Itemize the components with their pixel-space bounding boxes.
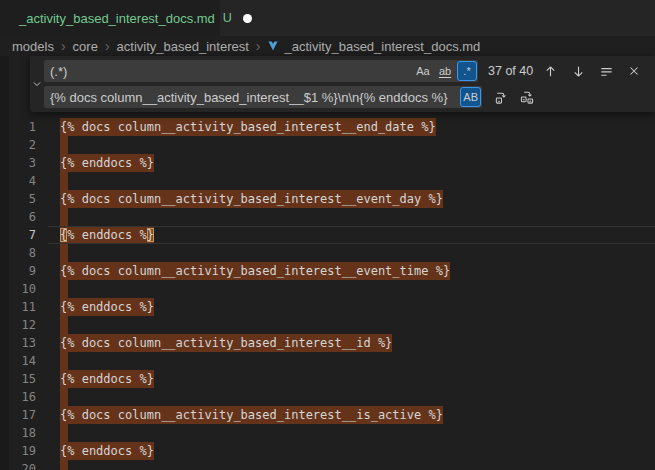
line-content <box>60 208 68 226</box>
tab-active-file[interactable]: _activity_based_interest_docs.md U <box>0 0 220 36</box>
find-match-highlight-empty <box>60 244 68 262</box>
arrow-down-icon <box>571 64 586 79</box>
line-number: 18 <box>0 424 36 442</box>
matching-bracket: } <box>147 228 154 242</box>
editor-line[interactable]: 8 <box>0 244 655 262</box>
editor-line[interactable]: 19{% enddocs %} <box>0 442 655 460</box>
line-number: 17 <box>0 406 36 424</box>
find-match-highlight: {% enddocs %} <box>60 154 154 172</box>
whole-word-button[interactable]: ab <box>435 61 455 81</box>
find-in-selection-button[interactable] <box>595 60 617 82</box>
line-number: 19 <box>0 442 36 460</box>
find-match-highlight-empty <box>60 136 68 154</box>
find-match-highlight: {% docs column__activity_based_interest_… <box>60 406 443 424</box>
match-case-button[interactable]: Aa <box>413 61 433 81</box>
find-match-highlight: {% enddocs %} <box>60 370 154 388</box>
line-content <box>60 136 68 154</box>
git-status-badge: U <box>223 11 232 25</box>
replace-button[interactable] <box>490 86 512 108</box>
line-number: 13 <box>0 334 36 352</box>
find-match-highlight: {% enddocs %} <box>60 442 154 460</box>
line-content <box>60 316 68 334</box>
line-number: 20 <box>0 460 36 470</box>
toggle-replace-button[interactable] <box>30 56 44 112</box>
chevron-down-icon <box>32 79 42 89</box>
line-content <box>60 244 68 262</box>
editor-line[interactable]: 2 <box>0 136 655 154</box>
editor-line[interactable]: 5{% docs column__activity_based_interest… <box>0 190 655 208</box>
editor[interactable]: 1{% docs column__activity_based_interest… <box>0 56 655 470</box>
line-number: 9 <box>0 262 36 280</box>
find-match-highlight: {% docs column__activity_based_interest_… <box>60 262 450 280</box>
editor-line[interactable]: 11{% enddocs %} <box>0 298 655 316</box>
editor-line[interactable]: 12 <box>0 316 655 334</box>
line-content <box>60 172 68 190</box>
match-count: 37 of 40 <box>488 64 533 78</box>
line-number: 8 <box>0 244 36 262</box>
find-match-highlight-empty <box>60 316 68 334</box>
chevron-right-icon: › <box>61 39 66 53</box>
line-content <box>60 280 68 298</box>
editor-line[interactable]: 3{% enddocs %} <box>0 154 655 172</box>
editor-line[interactable]: 4 <box>0 172 655 190</box>
breadcrumb-item-file[interactable]: _activity_based_interest_docs.md <box>267 39 480 54</box>
line-content: {% enddocs %} <box>60 226 154 244</box>
unsaved-dot-icon[interactable] <box>243 14 252 23</box>
editor-line[interactable]: 18 <box>0 424 655 442</box>
tab-filename: _activity_based_interest_docs.md <box>19 11 215 26</box>
editor-line[interactable]: 14 <box>0 352 655 370</box>
next-match-button[interactable] <box>567 60 589 82</box>
editor-line[interactable]: 10 <box>0 280 655 298</box>
find-match-highlight: {% docs column__activity_based_interest_… <box>60 118 436 136</box>
previous-match-button[interactable] <box>539 60 561 82</box>
line-number: 4 <box>0 172 36 190</box>
line-number: 7 <box>0 226 36 244</box>
replace-all-button[interactable] <box>516 86 538 108</box>
find-match-highlight: {% enddocs %} <box>60 226 154 244</box>
line-number: 2 <box>0 136 36 154</box>
find-match-highlight-empty <box>60 424 68 442</box>
line-content <box>60 388 68 406</box>
line-content: {% docs column__activity_based_interest_… <box>60 406 443 424</box>
editor-line[interactable]: 9{% docs column__activity_based_interest… <box>0 262 655 280</box>
replace-input[interactable]: {% docs column__activity_based_interest_… <box>44 86 482 108</box>
breadcrumb: models › core › activity_based_interest … <box>0 36 655 56</box>
tab-bar: _activity_based_interest_docs.md U <box>0 0 655 36</box>
find-match-highlight: {% docs column__activity_based_interest_… <box>60 334 392 352</box>
preserve-case-button[interactable]: AB <box>460 87 481 107</box>
line-number: 14 <box>0 352 36 370</box>
close-find-button[interactable] <box>623 60 645 82</box>
find-match-highlight-empty <box>60 388 68 406</box>
line-content: {% enddocs %} <box>60 370 154 388</box>
find-match-highlight-empty <box>60 172 68 190</box>
find-match-highlight: {% docs column__activity_based_interest_… <box>60 190 443 208</box>
editor-line[interactable]: 16 <box>0 388 655 406</box>
regex-button[interactable]: .* <box>457 61 477 81</box>
editor-line[interactable]: 13{% docs column__activity_based_interes… <box>0 334 655 352</box>
line-number: 5 <box>0 190 36 208</box>
markdown-file-icon <box>267 40 279 52</box>
line-number: 12 <box>0 316 36 334</box>
line-content: {% enddocs %} <box>60 298 154 316</box>
line-number: 1 <box>0 118 36 136</box>
find-match-highlight: {% enddocs %} <box>60 298 154 316</box>
editor-line[interactable]: 6 <box>0 208 655 226</box>
line-number: 16 <box>0 388 36 406</box>
editor-line[interactable]: 20 <box>0 460 655 470</box>
breadcrumb-item-models[interactable]: models <box>12 39 54 54</box>
editor-line[interactable]: 1{% docs column__activity_based_interest… <box>0 118 655 136</box>
line-content: {% enddocs %} <box>60 442 154 460</box>
find-input[interactable]: (.*) Aa ab .* <box>44 60 478 82</box>
editor-line[interactable]: 17{% docs column__activity_based_interes… <box>0 406 655 424</box>
chevron-right-icon: › <box>105 39 110 53</box>
line-content: {% docs column__activity_based_interest_… <box>60 190 443 208</box>
find-match-highlight-empty <box>60 280 68 298</box>
find-query-value: (.*) <box>50 64 413 79</box>
breadcrumb-item-core[interactable]: core <box>73 39 98 54</box>
find-row: (.*) Aa ab .* 37 of 40 <box>44 60 647 82</box>
breadcrumb-item-activity-based-interest[interactable]: activity_based_interest <box>117 39 249 54</box>
editor-line[interactable]: 15{% enddocs %} <box>0 370 655 388</box>
editor-line[interactable]: 7{% enddocs %} <box>0 226 655 244</box>
line-content: {% docs column__activity_based_interest_… <box>60 118 436 136</box>
line-number: 11 <box>0 298 36 316</box>
